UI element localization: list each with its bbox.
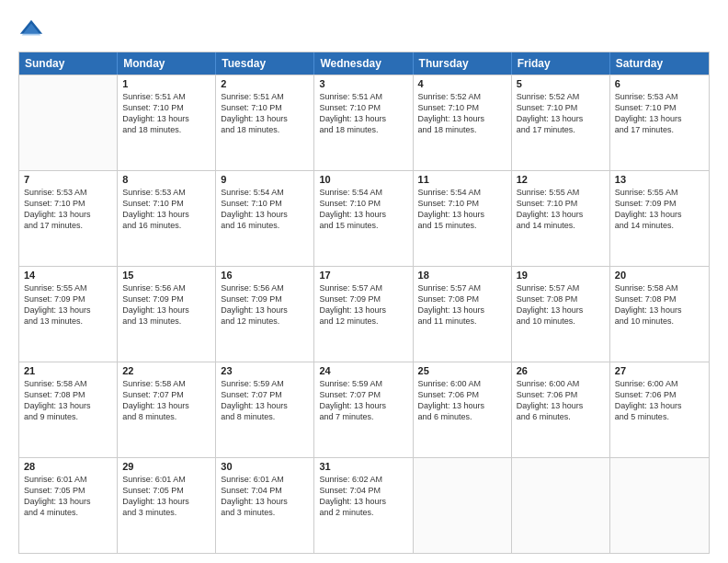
daylight-line1: Daylight: 13 hours — [221, 496, 309, 507]
daylight-line1: Daylight: 13 hours — [319, 400, 407, 411]
sunrise-line: Sunrise: 5:51 AM — [221, 91, 309, 102]
day-number: 31 — [319, 461, 407, 472]
daylight-line2: and 9 minutes. — [24, 411, 112, 422]
day-number: 28 — [24, 461, 112, 472]
sunrise-line: Sunrise: 5:59 AM — [221, 378, 309, 389]
calendar-cell: 3Sunrise: 5:51 AMSunset: 7:10 PMDaylight… — [314, 75, 413, 170]
sunset-line: Sunset: 7:07 PM — [122, 389, 210, 400]
daylight-line1: Daylight: 13 hours — [24, 209, 112, 220]
daylight-line2: and 14 minutes. — [517, 220, 605, 231]
daylight-line1: Daylight: 13 hours — [517, 113, 605, 124]
daylight-line2: and 17 minutes. — [517, 124, 605, 135]
daylight-line1: Daylight: 13 hours — [517, 304, 605, 316]
calendar-cell: 30Sunrise: 6:01 AMSunset: 7:04 PMDayligh… — [216, 458, 314, 553]
sunset-line: Sunset: 7:10 PM — [418, 198, 506, 209]
daylight-line1: Daylight: 13 hours — [418, 304, 506, 316]
sunset-line: Sunset: 7:10 PM — [24, 198, 112, 209]
day-number: 27 — [615, 365, 704, 376]
sunset-line: Sunset: 7:09 PM — [319, 293, 407, 304]
calendar-cell: 29Sunrise: 6:01 AMSunset: 7:05 PMDayligh… — [118, 458, 216, 553]
day-number: 30 — [221, 461, 309, 472]
calendar-cell: 21Sunrise: 5:58 AMSunset: 7:08 PMDayligh… — [19, 362, 118, 457]
daylight-line2: and 13 minutes. — [24, 316, 112, 327]
daylight-line1: Daylight: 13 hours — [221, 113, 309, 124]
day-number: 7 — [24, 174, 112, 185]
daylight-line1: Daylight: 13 hours — [319, 496, 407, 507]
sunset-line: Sunset: 7:07 PM — [221, 389, 309, 400]
daylight-line2: and 11 minutes. — [418, 316, 506, 327]
sunset-line: Sunset: 7:06 PM — [418, 389, 506, 400]
sunset-line: Sunset: 7:10 PM — [122, 198, 210, 209]
daylight-line2: and 5 minutes. — [615, 411, 704, 422]
daylight-line1: Daylight: 13 hours — [122, 304, 210, 316]
daylight-line2: and 18 minutes. — [418, 124, 506, 135]
day-number: 12 — [517, 174, 605, 185]
daylight-line1: Daylight: 13 hours — [221, 304, 309, 316]
daylight-line1: Daylight: 13 hours — [24, 400, 112, 411]
weekday-header: Thursday — [414, 52, 512, 75]
sunset-line: Sunset: 7:08 PM — [24, 389, 112, 400]
daylight-line2: and 2 minutes. — [319, 507, 407, 518]
sunset-line: Sunset: 7:09 PM — [615, 198, 704, 209]
calendar-cell: 22Sunrise: 5:58 AMSunset: 7:07 PMDayligh… — [118, 362, 216, 457]
daylight-line2: and 10 minutes. — [615, 316, 704, 327]
day-number: 23 — [221, 365, 309, 376]
calendar-cell: 24Sunrise: 5:59 AMSunset: 7:07 PMDayligh… — [314, 362, 413, 457]
sunrise-line: Sunrise: 5:58 AM — [24, 378, 112, 389]
calendar-cell — [414, 458, 512, 553]
sunrise-line: Sunrise: 6:00 AM — [418, 378, 506, 389]
daylight-line2: and 8 minutes. — [221, 411, 309, 422]
day-number: 20 — [615, 270, 704, 281]
sunrise-line: Sunrise: 5:53 AM — [615, 91, 704, 102]
sunrise-line: Sunrise: 5:54 AM — [418, 187, 506, 198]
calendar-cell: 26Sunrise: 6:00 AMSunset: 7:06 PMDayligh… — [512, 362, 610, 457]
calendar-cell: 8Sunrise: 5:53 AMSunset: 7:10 PMDaylight… — [118, 171, 216, 266]
calendar-cell — [512, 458, 610, 553]
calendar-row: 14Sunrise: 5:55 AMSunset: 7:09 PMDayligh… — [19, 266, 709, 362]
day-number: 10 — [319, 174, 407, 185]
daylight-line1: Daylight: 13 hours — [122, 113, 210, 124]
weekday-header: Sunday — [19, 52, 118, 75]
sunrise-line: Sunrise: 5:57 AM — [319, 282, 407, 293]
daylight-line2: and 13 minutes. — [122, 316, 210, 327]
header — [18, 17, 710, 42]
calendar-cell: 10Sunrise: 5:54 AMSunset: 7:10 PMDayligh… — [314, 171, 413, 266]
sunrise-line: Sunrise: 6:01 AM — [122, 474, 210, 485]
sunrise-line: Sunrise: 5:59 AM — [319, 378, 407, 389]
calendar-cell: 2Sunrise: 5:51 AMSunset: 7:10 PMDaylight… — [216, 75, 314, 170]
daylight-line1: Daylight: 13 hours — [418, 113, 506, 124]
day-number: 14 — [24, 270, 112, 281]
daylight-line2: and 4 minutes. — [24, 507, 112, 518]
sunset-line: Sunset: 7:08 PM — [418, 293, 506, 304]
calendar-cell: 13Sunrise: 5:55 AMSunset: 7:09 PMDayligh… — [610, 171, 709, 266]
day-number: 5 — [517, 78, 605, 89]
calendar-cell: 25Sunrise: 6:00 AMSunset: 7:06 PMDayligh… — [414, 362, 512, 457]
calendar-row: 28Sunrise: 6:01 AMSunset: 7:05 PMDayligh… — [19, 457, 709, 553]
sunset-line: Sunset: 7:06 PM — [615, 389, 704, 400]
daylight-line2: and 7 minutes. — [319, 411, 407, 422]
sunrise-line: Sunrise: 6:00 AM — [615, 378, 704, 389]
calendar-cell: 20Sunrise: 5:58 AMSunset: 7:08 PMDayligh… — [610, 267, 709, 362]
day-number: 15 — [122, 270, 210, 281]
daylight-line2: and 18 minutes. — [221, 124, 309, 135]
daylight-line1: Daylight: 13 hours — [221, 209, 309, 220]
weekday-header: Monday — [118, 52, 216, 75]
sunrise-line: Sunrise: 5:55 AM — [517, 187, 605, 198]
sunrise-line: Sunrise: 5:52 AM — [418, 91, 506, 102]
daylight-line1: Daylight: 13 hours — [615, 304, 704, 316]
sunset-line: Sunset: 7:05 PM — [122, 485, 210, 496]
calendar-cell: 16Sunrise: 5:56 AMSunset: 7:09 PMDayligh… — [216, 267, 314, 362]
sunrise-line: Sunrise: 6:01 AM — [221, 474, 309, 485]
daylight-line1: Daylight: 13 hours — [122, 400, 210, 411]
calendar-cell: 19Sunrise: 5:57 AMSunset: 7:08 PMDayligh… — [512, 267, 610, 362]
calendar-cell: 31Sunrise: 6:02 AMSunset: 7:04 PMDayligh… — [314, 458, 413, 553]
calendar-cell: 17Sunrise: 5:57 AMSunset: 7:09 PMDayligh… — [314, 267, 413, 362]
sunset-line: Sunset: 7:09 PM — [221, 293, 309, 304]
calendar-header: SundayMondayTuesdayWednesdayThursdayFrid… — [19, 52, 709, 75]
day-number: 16 — [221, 270, 309, 281]
daylight-line1: Daylight: 13 hours — [24, 496, 112, 507]
daylight-line2: and 10 minutes. — [517, 316, 605, 327]
daylight-line1: Daylight: 13 hours — [418, 209, 506, 220]
calendar-cell: 18Sunrise: 5:57 AMSunset: 7:08 PMDayligh… — [414, 267, 512, 362]
daylight-line1: Daylight: 13 hours — [221, 400, 309, 411]
